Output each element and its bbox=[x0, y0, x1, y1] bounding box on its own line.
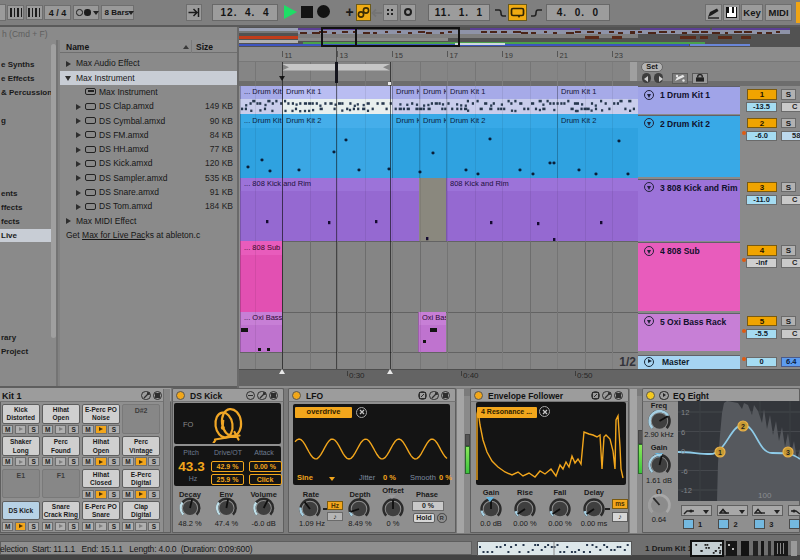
svg-text:-12: -12 bbox=[681, 486, 692, 495]
svg-text:3: 3 bbox=[786, 449, 790, 456]
svg-text:0: 0 bbox=[681, 447, 685, 456]
svg-text:6: 6 bbox=[681, 428, 685, 437]
svg-text:1: 1 bbox=[718, 449, 722, 456]
svg-text:-6: -6 bbox=[681, 467, 688, 476]
svg-text:100: 100 bbox=[758, 491, 772, 500]
svg-text:12: 12 bbox=[681, 408, 689, 417]
svg-text:2: 2 bbox=[741, 423, 745, 430]
